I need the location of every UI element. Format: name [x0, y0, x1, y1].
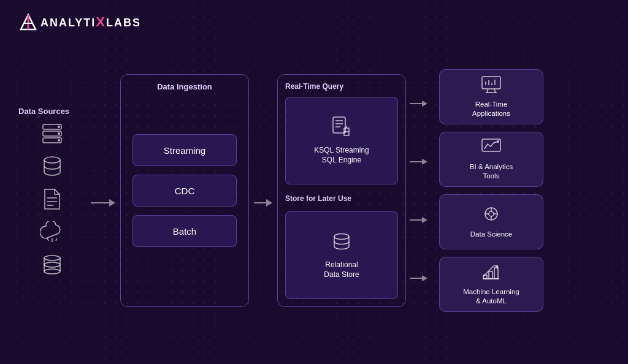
source-icons	[18, 123, 86, 275]
svg-point-7	[58, 132, 60, 135]
logo-text: ANALYTIXLABS	[40, 14, 141, 30]
store-label: Store for Later Use	[285, 194, 398, 203]
data-sources-column: Data Sources	[18, 107, 86, 275]
svg-line-13	[47, 238, 48, 241]
arrow-ingestion-realtime	[254, 199, 272, 207]
ingestion-label: Data Ingestion	[157, 82, 212, 91]
ml-automl-icon	[481, 263, 502, 285]
ingestion-box: Data Ingestion Streaming CDC Batch	[120, 74, 249, 307]
svg-point-16	[44, 256, 60, 260]
svg-point-36	[497, 140, 499, 143]
source-icon-cloud	[40, 221, 64, 243]
ksql-box: KSQL StreamingSQL Engine	[285, 97, 398, 184]
main-content: ANALYTIXLABS Data Sources	[0, 0, 628, 364]
arrow-to-output-3	[410, 217, 432, 223]
output-realtime-apps-label: Real-TimeApplications	[472, 100, 510, 118]
relational-icon	[331, 230, 353, 257]
svg-point-26	[334, 234, 349, 240]
ksql-icon	[331, 116, 353, 142]
svg-line-29	[494, 89, 496, 93]
svg-point-6	[58, 126, 60, 128]
svg-rect-45	[489, 271, 492, 279]
ksql-label: KSQL StreamingSQL Engine	[314, 146, 369, 165]
svg-point-38	[489, 211, 494, 216]
data-sources-label: Data Sources	[18, 107, 69, 116]
ingestion-batch: Batch	[132, 215, 237, 247]
output-realtime-apps: Real-TimeApplications	[439, 69, 543, 124]
svg-point-9	[44, 157, 60, 163]
diagram: Data Sources	[18, 40, 610, 341]
svg-line-15	[56, 238, 57, 241]
svg-point-17	[44, 262, 60, 267]
source-icon-server	[40, 123, 64, 144]
source-icon-document	[42, 188, 62, 210]
source-icon-database	[41, 155, 63, 177]
source-icon-storage	[41, 254, 63, 275]
arrow-sources-ingestion	[91, 199, 115, 207]
ingestion-streaming: Streaming	[132, 134, 237, 166]
output-data-science: Data Science	[439, 194, 543, 249]
realtime-apps-icon	[481, 75, 502, 97]
arrows-to-outputs	[410, 74, 432, 307]
realtime-section: Real-Time Query KSQL StreamingSQL Engine…	[277, 74, 406, 307]
relational-label: RelationalData Store	[324, 260, 359, 279]
svg-rect-27	[482, 77, 500, 89]
arrow-to-output-1	[410, 100, 432, 107]
ingestion-cdc: CDC	[132, 175, 237, 207]
svg-line-28	[487, 89, 488, 93]
relational-box: RelationalData Store	[285, 211, 398, 299]
svg-marker-47	[494, 265, 498, 269]
output-bi-analytics: BI & AnalyticsTools	[439, 132, 543, 187]
output-ml-automl: Machine Learning& AutoML	[439, 257, 543, 312]
arrow-to-output-2	[410, 159, 432, 165]
output-ml-automl-label: Machine Learning& AutoML	[463, 287, 519, 306]
svg-point-18	[44, 269, 60, 274]
logo-icon	[18, 12, 38, 32]
data-science-icon	[481, 205, 502, 227]
bi-analytics-icon	[481, 138, 502, 160]
svg-rect-21	[333, 117, 345, 133]
arrow-to-output-4	[410, 275, 432, 281]
outputs-column: Real-TimeApplications BI & AnalyticsTool…	[439, 69, 543, 312]
logo: ANALYTIXLABS	[18, 12, 610, 32]
realtime-query-label: Real-Time Query	[285, 82, 398, 91]
output-bi-analytics-label: BI & AnalyticsTools	[470, 162, 513, 181]
svg-point-8	[58, 139, 60, 142]
output-data-science-label: Data Science	[470, 230, 512, 239]
svg-rect-46	[494, 268, 498, 279]
